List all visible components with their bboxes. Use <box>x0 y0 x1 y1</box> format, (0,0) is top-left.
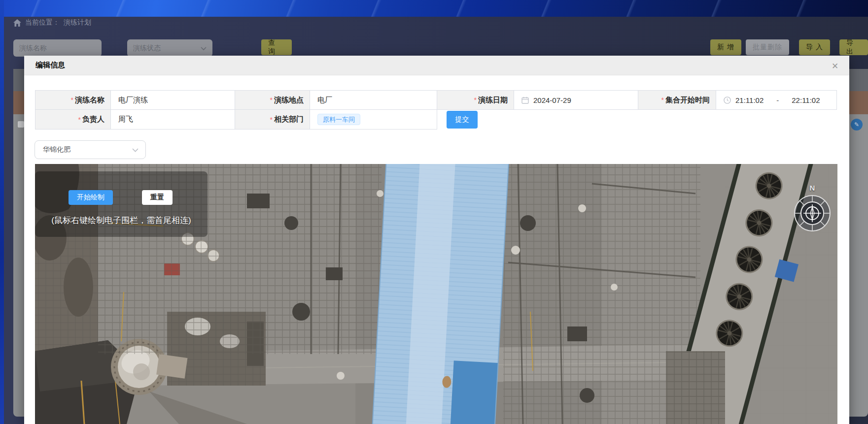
table-checkbox[interactable] <box>18 121 24 128</box>
compass-rose-icon <box>793 194 832 233</box>
required-mark: * <box>270 96 273 104</box>
status-select[interactable]: 演练状态 <box>127 39 212 57</box>
add-button[interactable]: 新 增 <box>710 39 741 55</box>
edit-icon[interactable]: ✎ <box>851 119 863 130</box>
site-select[interactable]: 华锦化肥 <box>35 140 146 159</box>
required-mark: * <box>270 116 273 124</box>
breadcrumb-value: 演练计划 <box>64 18 91 27</box>
map-canvas[interactable]: 开始绘制 重置 (鼠标右键绘制电子围栏，需首尾相连) N <box>35 164 837 424</box>
dept-label: * 相关部门 <box>235 110 310 130</box>
submit-button[interactable]: 提交 <box>447 111 478 129</box>
home-icon <box>13 19 21 27</box>
close-icon[interactable]: ✕ <box>830 61 840 71</box>
table-header-edge-right: ✎ <box>849 91 868 114</box>
edit-dialog: 编辑信息 ✕ * 演练名称 电厂演练 * 演练地点 电厂 <box>24 56 849 424</box>
drill-name-label: * 演练名称 <box>35 90 111 110</box>
drill-name-field[interactable]: 电厂演练 <box>111 90 235 110</box>
drill-place-label: * 演练地点 <box>235 90 310 110</box>
owner-field[interactable]: 周飞 <box>111 110 235 130</box>
import-button[interactable]: 导 入 <box>799 39 830 55</box>
top-banner <box>0 0 868 17</box>
dept-field[interactable]: 原料一车间 <box>310 110 437 130</box>
start-draw-button[interactable]: 开始绘制 <box>69 190 113 205</box>
table-toolbar-edge-right <box>849 69 868 91</box>
table-card-right-edge: ✎ <box>849 69 868 417</box>
search-input[interactable]: 演练名称 <box>13 39 102 57</box>
draw-tools-panel: 开始绘制 重置 (鼠标右键绘制电子围栏，需首尾相连) <box>35 171 208 237</box>
dialog-header: 编辑信息 <box>24 56 849 75</box>
status-placeholder: 演练状态 <box>133 44 161 53</box>
required-mark: * <box>474 96 477 104</box>
drill-date-field[interactable]: 2024-07-29 <box>514 90 638 110</box>
dialog-title: 编辑信息 <box>35 61 65 70</box>
breadcrumb-label: 当前位置： <box>25 18 60 27</box>
query-button[interactable]: 查 询 <box>261 39 292 55</box>
time-end: 22:11:02 <box>792 96 820 104</box>
clock-icon <box>724 97 731 104</box>
table-header-edge <box>13 91 24 114</box>
drill-form: * 演练名称 电厂演练 * 演练地点 电厂 * 演练日期 <box>35 90 837 130</box>
chevron-down-icon <box>132 146 139 154</box>
search-placeholder: 演练名称 <box>19 44 47 53</box>
form-row-2: * 负责人 周飞 * 相关部门 原料一车间 <box>35 110 837 130</box>
time-start: 21:11:02 <box>735 96 764 104</box>
calendar-icon <box>521 97 529 104</box>
export-button[interactable]: 导 出 <box>839 39 868 55</box>
assembly-time-label: * 集合开始时间 <box>638 90 716 110</box>
owner-label: * 负责人 <box>35 110 111 130</box>
drill-place-field[interactable]: 电厂 <box>310 90 437 110</box>
drill-date-label: * 演练日期 <box>437 90 514 110</box>
breadcrumb: 当前位置： 演练计划 <box>13 18 91 28</box>
draw-tip-text: (鼠标右键绘制电子围栏，需首尾相连) <box>35 215 208 226</box>
table-card-left-edge <box>13 69 24 417</box>
table-toolbar-edge <box>13 69 24 91</box>
batch-delete-button[interactable]: 批量删除 <box>746 39 789 55</box>
compass-north-label: N <box>793 184 832 192</box>
banner-streaks <box>0 0 868 17</box>
body-edge <box>0 0 4 424</box>
required-mark: * <box>661 96 664 104</box>
chevron-down-icon <box>201 44 207 52</box>
required-mark: * <box>78 116 81 124</box>
compass[interactable]: N <box>793 184 832 233</box>
reset-button[interactable]: 重置 <box>142 190 173 205</box>
form-row-1: * 演练名称 电厂演练 * 演练地点 电厂 * 演练日期 <box>35 90 837 110</box>
screen: 当前位置： 演练计划 演练名称 演练状态 查 询 新 增 批量删除 导 入 导 … <box>0 0 868 424</box>
required-mark: * <box>71 96 73 104</box>
time-separator: - <box>776 96 779 104</box>
dept-tag[interactable]: 原料一车间 <box>317 114 360 125</box>
assembly-time-field[interactable]: 21:11:02 - 22:11:02 <box>716 90 837 110</box>
site-select-value: 华锦化肥 <box>43 145 70 154</box>
